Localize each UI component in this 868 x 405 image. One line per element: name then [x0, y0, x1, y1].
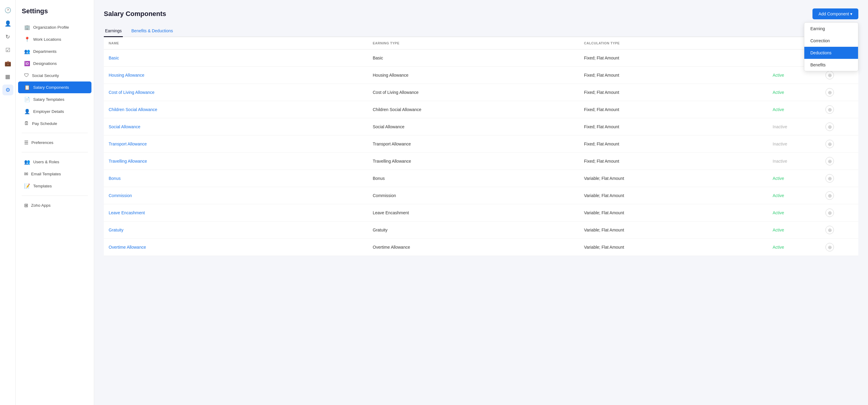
row-name-link[interactable]: Basic — [108, 56, 119, 60]
row-name[interactable]: Gratuity — [104, 221, 368, 239]
sidebar-title: Settings — [16, 7, 94, 21]
sidebar-item-preferences[interactable]: ☰ Preferences — [18, 137, 91, 149]
row-calc-type: Variable; Flat Amount — [579, 239, 768, 256]
row-name-link[interactable]: Gratuity — [108, 227, 123, 232]
sidebar-item-designations[interactable]: 🆔 Designations — [18, 58, 91, 69]
sidebar-item-zoho-apps[interactable]: ⊞ Zoho Apps — [18, 199, 91, 211]
add-component-button[interactable]: Add Component ▾ — [812, 8, 858, 19]
row-name[interactable]: Cost of Living Allowance — [104, 84, 368, 101]
row-name-link[interactable]: Housing Allowance — [108, 73, 144, 77]
row-name[interactable]: Basic — [104, 50, 368, 67]
check-icon[interactable]: ☑ — [2, 45, 13, 56]
dropdown-item-earning[interactable]: Earning — [804, 23, 858, 35]
row-add-button[interactable]: ⊕ — [826, 243, 834, 251]
row-name[interactable]: Overtime Allowance — [104, 239, 368, 256]
row-status: Active — [768, 239, 820, 256]
sidebar-item-salary-components[interactable]: 📋 Salary Components — [18, 82, 91, 93]
row-name-link[interactable]: Overtime Allowance — [108, 245, 146, 250]
row-action: ⊕ — [820, 204, 858, 221]
row-add-button[interactable]: ⊕ — [826, 226, 834, 234]
table-row: BasicBasicFixed; Flat Amount⊕ — [104, 50, 858, 67]
row-name[interactable]: Leave Encashment — [104, 204, 368, 221]
row-name-link[interactable]: Leave Encashment — [108, 210, 145, 215]
sidebar-item-users-roles[interactable]: 👥 Users & Roles — [18, 156, 91, 168]
sidebar-divider-2 — [22, 152, 88, 152]
row-name[interactable]: Commission — [104, 187, 368, 204]
row-name-link[interactable]: Commission — [108, 193, 132, 198]
sidebar-item-templates[interactable]: 📝 Templates — [18, 180, 91, 192]
row-action: ⊕ — [820, 135, 858, 153]
row-action: ⊕ — [820, 221, 858, 239]
row-name-link[interactable]: Social Allowance — [108, 124, 140, 129]
sidebar-item-social-security[interactable]: 🛡 Social Security — [18, 70, 91, 81]
row-calc-type: Fixed; Flat Amount — [579, 135, 768, 153]
salary-components-icon: 📋 — [24, 85, 30, 90]
dropdown-item-correction[interactable]: Correction — [804, 35, 858, 47]
row-calc-type: Fixed; Flat Amount — [579, 101, 768, 118]
row-add-button[interactable]: ⊕ — [826, 191, 834, 200]
row-name[interactable]: Social Allowance — [104, 118, 368, 135]
col-name: NAME — [104, 37, 368, 50]
preferences-icon: ☰ — [24, 140, 28, 146]
dropdown-item-benefits[interactable]: Benefits — [804, 59, 858, 71]
table-row: Social AllowanceSocial AllowanceFixed; F… — [104, 118, 858, 135]
row-earning-type: Commission — [368, 187, 579, 204]
employer-details-icon: 👤 — [24, 108, 30, 114]
person-icon[interactable]: 👤 — [2, 18, 13, 29]
row-add-button[interactable]: ⊕ — [826, 174, 834, 183]
clock-icon[interactable]: 🕐 — [2, 5, 13, 16]
sidebar-item-employer-details[interactable]: 👤 Employer Details — [18, 105, 91, 117]
row-name-link[interactable]: Transport Allowance — [108, 142, 147, 146]
row-earning-type: Social Allowance — [368, 118, 579, 135]
row-status: Inactive — [768, 135, 820, 153]
row-status: Active — [768, 101, 820, 118]
row-name-link[interactable]: Cost of Living Allowance — [108, 90, 155, 95]
row-add-button[interactable]: ⊕ — [826, 123, 834, 131]
row-add-button[interactable]: ⊕ — [826, 157, 834, 165]
row-calc-type: Fixed; Flat Amount — [579, 50, 768, 67]
users-roles-icon: 👥 — [24, 159, 30, 165]
row-add-button[interactable]: ⊕ — [826, 140, 834, 148]
sidebar-item-label: Templates — [33, 184, 52, 188]
row-name[interactable]: Housing Allowance — [104, 67, 368, 84]
row-status: Inactive — [768, 118, 820, 135]
row-add-button[interactable]: ⊕ — [826, 88, 834, 97]
main-content: Salary Components Add Component ▾ Earnin… — [94, 0, 868, 405]
sidebar-item-departments[interactable]: 👥 Departments — [18, 45, 91, 57]
dropdown-item-deductions[interactable]: Deductions — [804, 47, 858, 59]
row-status: Active — [768, 204, 820, 221]
sidebar-item-salary-templates[interactable]: 📄 Salary Templates — [18, 94, 91, 105]
row-name-link[interactable]: Travelling Allowance — [108, 159, 147, 163]
row-name[interactable]: Bonus — [104, 170, 368, 187]
sidebar-item-org-profile[interactable]: 🏢 Organization Profile — [18, 22, 91, 33]
row-calc-type: Variable; Flat Amount — [579, 187, 768, 204]
settings-icon[interactable]: ⚙ — [2, 85, 13, 95]
page-header: Salary Components Add Component ▾ Earnin… — [104, 8, 858, 19]
sidebar-item-email-templates[interactable]: ✉ Email Templates — [18, 168, 91, 180]
row-name[interactable]: Transport Allowance — [104, 135, 368, 153]
row-action: ⊕ — [820, 101, 858, 118]
row-name[interactable]: Children Social Allowance — [104, 101, 368, 118]
row-name-link[interactable]: Children Social Allowance — [108, 107, 157, 112]
row-action: ⊕ — [820, 170, 858, 187]
sidebar-item-label: Users & Roles — [33, 160, 59, 164]
row-name-link[interactable]: Bonus — [108, 176, 121, 181]
row-earning-type: Housing Allowance — [368, 67, 579, 84]
tab-earnings[interactable]: Earnings — [104, 25, 123, 37]
row-add-button[interactable]: ⊕ — [826, 209, 834, 217]
row-earning-type: Gratuity — [368, 221, 579, 239]
row-calc-type: Variable; Flat Amount — [579, 170, 768, 187]
row-name[interactable]: Travelling Allowance — [104, 153, 368, 170]
salary-templates-icon: 📄 — [24, 97, 30, 102]
bag-icon[interactable]: 💼 — [2, 58, 13, 69]
sidebar-item-pay-schedule[interactable]: 🗓 Pay Schedule — [18, 118, 91, 129]
chart-icon[interactable]: ▦ — [2, 71, 13, 82]
refresh-icon[interactable]: ↻ — [2, 31, 13, 42]
add-component-dropdown: Earning Correction Deductions Benefits — [804, 22, 858, 71]
row-add-button[interactable]: ⊕ — [826, 105, 834, 114]
icon-rail: 🕐 👤 ↻ ☑ 💼 ▦ ⚙ — [0, 0, 16, 405]
tab-benefits-deductions[interactable]: Benefits & Deductions — [130, 25, 174, 37]
row-add-button[interactable]: ⊕ — [826, 71, 834, 80]
sidebar-item-work-locations[interactable]: 📍 Work Locations — [18, 33, 91, 45]
table-header-row: NAME EARNING TYPE CALCULATION TYPE — [104, 37, 858, 50]
